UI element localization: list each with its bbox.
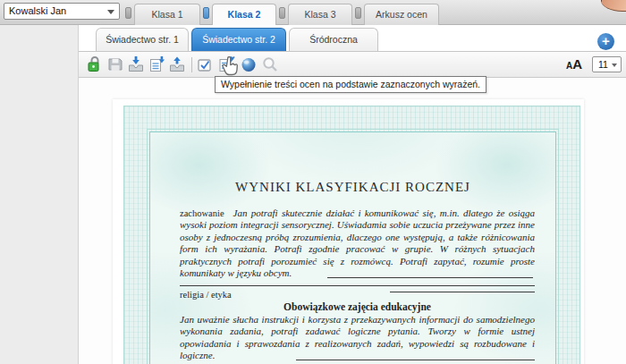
hand-cursor-icon xyxy=(221,56,239,80)
font-size-value: 11 xyxy=(598,59,608,70)
add-page-button[interactable]: + xyxy=(597,33,614,50)
font-size-select[interactable]: 11 xyxy=(592,56,622,72)
verify-checkbox-icon[interactable] xyxy=(196,55,214,73)
toolbar-separator xyxy=(191,57,192,72)
tab-swiadectwo-str-2[interactable]: Świadectwo str. 2 xyxy=(191,28,286,51)
toolbar: AA 11 xyxy=(79,51,626,78)
certificate-page[interactable]: WYNIKI KLASYFIKACJI ROCZNEJ zachowanieJa… xyxy=(113,99,584,364)
behavior-label: zachowanie xyxy=(180,208,233,218)
toolbar-tooltip: Wypełnienie treści ocen na podstawie zaz… xyxy=(215,76,486,93)
subjects-paragraph: Jan uważnie słucha instrukcji i korzysta… xyxy=(180,314,535,362)
ruled-line xyxy=(327,277,533,278)
section-heading: Obowiązkowe zajęcia edukacyjne xyxy=(180,301,535,312)
student-select[interactable]: Kowalski Jan xyxy=(4,3,120,20)
fingertip-graphic xyxy=(601,0,626,12)
tab-arkusz-ocen[interactable]: Arkusz ocen xyxy=(364,4,439,25)
tab-klasa-2[interactable]: Klasa 2 xyxy=(212,4,276,25)
unlock-icon[interactable] xyxy=(86,55,104,73)
background-strip xyxy=(0,25,78,364)
ruled-line xyxy=(296,360,535,360)
import-tray-icon[interactable] xyxy=(127,55,145,73)
fill-text-icon[interactable] xyxy=(148,55,165,73)
certificate-title: WYNIKI KLASYFIKACJI ROCZNEJ xyxy=(148,180,557,195)
tab-klasa-1[interactable]: Klasa 1 xyxy=(134,4,200,25)
tab-grip[interactable] xyxy=(355,7,361,19)
tab-grip-active[interactable] xyxy=(203,7,209,19)
save-icon[interactable] xyxy=(106,55,124,73)
top-bar: Kowalski Jan Klasa 1 Klasa 2 Klasa 3 Ark… xyxy=(0,0,626,25)
tab-grip[interactable] xyxy=(279,7,285,19)
behavior-paragraph: zachowanieJan potrafi skutecznie działać… xyxy=(180,207,535,279)
font-larger-icon[interactable]: A xyxy=(572,56,582,72)
student-select-value: Kowalski Jan xyxy=(9,5,66,16)
religion-label: religia / etyka xyxy=(180,290,232,300)
preview-sphere-icon[interactable] xyxy=(240,55,258,73)
tab-klasa-3[interactable]: Klasa 3 xyxy=(288,4,352,25)
font-size-buttons[interactable]: AA xyxy=(566,56,589,72)
behavior-text: Jan potrafi skutecznie działać i komunik… xyxy=(180,207,535,278)
ruled-line xyxy=(180,285,535,286)
export-tray-icon[interactable] xyxy=(168,55,186,73)
chevron-down-icon xyxy=(612,63,617,67)
tab-srodroczna[interactable]: Śródroczna xyxy=(289,28,378,51)
zoom-icon[interactable] xyxy=(261,55,279,73)
ruled-line xyxy=(390,292,535,292)
document-viewer: WYNIKI KLASYFIKACJI ROCZNEJ zachowanieJa… xyxy=(79,79,626,364)
app-window: Kowalski Jan Klasa 1 Klasa 2 Klasa 3 Ark… xyxy=(0,0,626,364)
chevron-down-icon xyxy=(107,10,114,14)
tab-swiadectwo-str-1[interactable]: Świadectwo str. 1 xyxy=(96,28,189,51)
tab-grip[interactable] xyxy=(125,7,131,19)
